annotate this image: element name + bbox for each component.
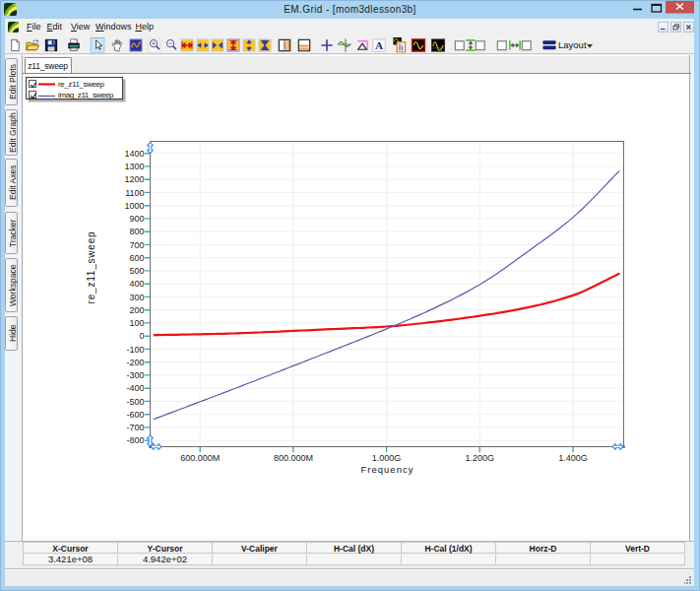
svg-text:-500: -500 <box>126 397 144 407</box>
svg-text:re_z11_sweep: re_z11_sweep <box>86 231 96 304</box>
svg-text:1100: 1100 <box>125 188 144 198</box>
svg-text:400: 400 <box>129 279 144 289</box>
svg-text:1200: 1200 <box>124 174 144 184</box>
svg-text:600: 600 <box>129 253 144 263</box>
svg-text:-200: -200 <box>126 358 144 367</box>
svg-text:-800: -800 <box>126 435 144 445</box>
svg-text:1.200G: 1.200G <box>466 453 495 463</box>
svg-text:900: 900 <box>129 214 144 224</box>
svg-text:200: 200 <box>129 305 144 315</box>
svg-text:300: 300 <box>129 293 144 302</box>
svg-text:1000: 1000 <box>124 201 144 211</box>
svg-text:-300: -300 <box>126 370 144 380</box>
svg-text:Frequency: Frequency <box>361 464 414 475</box>
svg-text:100: 100 <box>129 318 144 328</box>
svg-text:800.000M: 800.000M <box>274 453 313 463</box>
svg-text:-700: -700 <box>126 423 144 432</box>
svg-text:1400: 1400 <box>124 149 144 159</box>
svg-text:1300: 1300 <box>124 162 144 171</box>
svg-text:0: 0 <box>139 331 144 341</box>
svg-text:600.000M: 600.000M <box>180 453 220 463</box>
svg-text:1.000G: 1.000G <box>372 453 402 463</box>
svg-text:500: 500 <box>129 266 144 276</box>
svg-text:-600: -600 <box>126 410 144 420</box>
svg-text:1.400G: 1.400G <box>558 453 588 463</box>
svg-text:-400: -400 <box>126 383 144 393</box>
svg-text:700: 700 <box>129 240 144 250</box>
svg-text:-100: -100 <box>126 345 144 355</box>
svg-text:A: A <box>375 39 384 51</box>
svg-text:800: 800 <box>129 227 144 236</box>
